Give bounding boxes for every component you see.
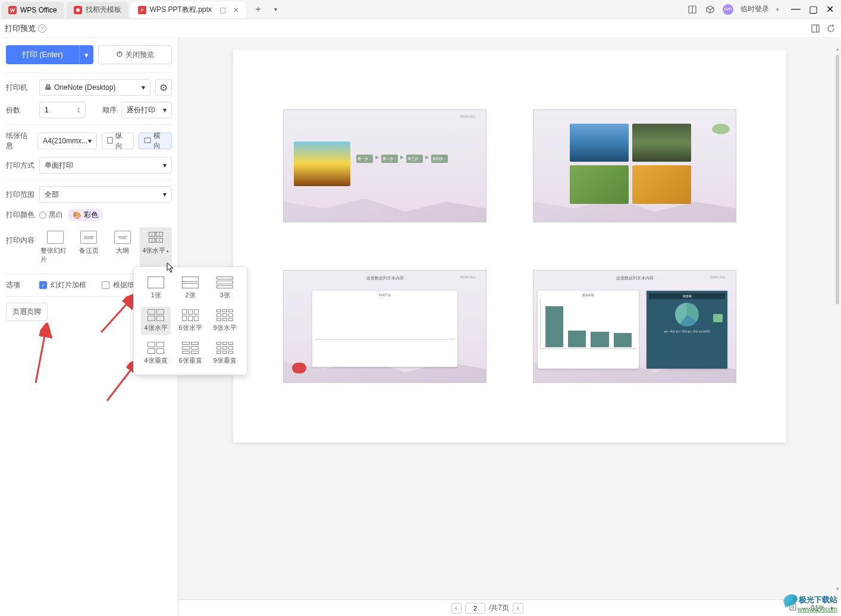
svg-rect-12 xyxy=(145,138,150,143)
window-controls: — ▢ ✕ xyxy=(791,4,834,15)
add-tab-button[interactable]: ＋ xyxy=(251,2,265,17)
minimize-button[interactable]: — xyxy=(791,4,801,15)
next-page-button[interactable]: › xyxy=(513,603,523,614)
content-full-slide[interactable]: 整张幻灯片 xyxy=(39,227,71,268)
slide-photo xyxy=(294,142,350,186)
svg-rect-7 xyxy=(812,25,819,32)
tab-menu-button[interactable]: ▾ xyxy=(269,2,283,17)
app-name: WPS Office xyxy=(20,6,57,14)
scroll-down-icon[interactable]: ▼ xyxy=(835,585,840,592)
printer-select[interactable]: 🖶OneNote (Desktop) ▾ xyxy=(39,79,150,96)
power-icon xyxy=(116,51,123,59)
page-input[interactable] xyxy=(465,603,485,614)
layout-4h[interactable]: 4张水平 xyxy=(141,307,171,335)
close-icon[interactable]: ✕ xyxy=(233,6,239,14)
orientation-portrait[interactable]: 纵向 xyxy=(102,133,134,149)
template-icon xyxy=(74,6,82,14)
avatar-icon[interactable]: WP xyxy=(723,4,733,15)
printer-label: 打印机 xyxy=(6,83,34,93)
slide-thumbnail-4: 这是数据列文本内容 2022年06日 图表标题 销售额 xyxy=(533,270,736,383)
gear-icon: ⚙ xyxy=(159,82,168,93)
slide-bar-chart-2: 图表标题 xyxy=(538,291,639,369)
ppt-icon xyxy=(292,363,306,373)
ppt-file-icon: P xyxy=(138,6,146,14)
layout-2[interactable]: 2张 xyxy=(175,274,205,302)
close-button[interactable]: ✕ xyxy=(826,4,834,15)
svg-line-13 xyxy=(101,297,133,332)
svg-text:P: P xyxy=(140,8,143,13)
options-label: 选项 xyxy=(6,280,34,290)
slide-bar-chart: XXX产品 xyxy=(312,291,458,367)
tab-label: 找稻壳模板 xyxy=(86,5,121,15)
page-title: 打印预览 ? xyxy=(5,23,46,34)
scrollbar-thumb[interactable] xyxy=(836,55,839,304)
panel-icon[interactable] xyxy=(687,4,698,15)
paper-label: 纸张信息 xyxy=(6,131,33,151)
app-tab[interactable]: WPS Office xyxy=(1,2,64,18)
notes-icon xyxy=(80,231,97,244)
content-options: 整张幻灯片 备注页 大纲 1234 4张水平▴ xyxy=(39,227,172,268)
svg-point-2 xyxy=(76,8,80,12)
printer-icon: 🖶 xyxy=(45,83,52,92)
copies-label: 份数 xyxy=(6,105,34,115)
color-label: 打印颜色 xyxy=(6,210,34,220)
tab-templates[interactable]: 找稻壳模板 xyxy=(67,2,128,18)
main: 打印 (Enter) ▾ 关闭预览 打印机 🖶OneNote (Desktop)… xyxy=(0,38,841,616)
layout-3[interactable]: 3张 xyxy=(210,274,240,302)
range-label: 打印范围 xyxy=(6,190,34,200)
content-outline[interactable]: 大纲 xyxy=(106,227,139,268)
scroll-up-icon[interactable]: ▲ xyxy=(835,45,840,52)
range-select[interactable]: 全部 ▾ xyxy=(39,186,172,203)
stepper-down-icon[interactable]: ▼ xyxy=(77,110,80,114)
slide-pie-chart: 销售额 ■第一季度 ■第二季度 ■第三季度 ■第四季度 xyxy=(647,291,727,369)
close-preview-button[interactable]: 关闭预览 xyxy=(98,45,172,64)
full-slide-icon xyxy=(47,231,64,244)
option-frame[interactable]: ✓幻灯片加框 xyxy=(39,280,86,290)
chevron-down-icon[interactable]: ▾ xyxy=(776,7,779,12)
watermark: 极光下载站 www.xz7.com xyxy=(783,595,837,612)
layout-icon[interactable] xyxy=(810,23,821,34)
printer-settings-button[interactable]: ⚙ xyxy=(155,79,172,96)
paper-select[interactable]: A4(210mmx... ▾ xyxy=(37,133,97,149)
refresh-icon[interactable] xyxy=(826,23,836,34)
copies-input[interactable]: 1 ▲▼ xyxy=(39,102,86,118)
outline-icon xyxy=(114,231,131,244)
action-buttons: 打印 (Enter) ▾ 关闭预览 xyxy=(6,45,172,64)
login-status[interactable]: 临时登录 xyxy=(740,4,769,14)
order-select[interactable]: 逐份打印 ▾ xyxy=(121,102,172,118)
titlebar: WPS Office 找稻壳模板 P WPS PPT教程.pptx ▢ ✕ ＋ … xyxy=(0,0,841,19)
chevron-down-icon: ▾ xyxy=(163,106,167,114)
header-footer-button[interactable]: 页眉页脚 xyxy=(6,303,48,321)
layout-6h[interactable]: 6张水平 xyxy=(175,307,205,335)
slide-steps: 第一步：▶ 第二步：▶ 第三步：▶ 第四步： xyxy=(356,155,448,163)
chevron-up-icon: ▴ xyxy=(167,249,169,253)
print-button[interactable]: 打印 (Enter) xyxy=(6,45,79,64)
layout-6v[interactable]: 6张垂直 xyxy=(175,340,205,367)
slide-thumbnail-1: 2022年06日 第一步：▶ 第二步：▶ 第三步：▶ 第四步： xyxy=(283,109,487,222)
orientation-landscape[interactable]: 横向 xyxy=(139,133,172,149)
help-icon[interactable]: ? xyxy=(38,24,46,33)
present-icon[interactable]: ▢ xyxy=(219,6,227,14)
palette-icon: 🎨 xyxy=(73,211,81,219)
box-icon[interactable] xyxy=(705,4,716,15)
tab-label: WPS PPT教程.pptx xyxy=(150,5,212,15)
layout-9v[interactable]: 9张垂直 xyxy=(210,340,240,367)
color-bw-radio[interactable]: 黑白 xyxy=(39,210,63,220)
preview-scroll[interactable]: 2022年06日 第一步：▶ 第二步：▶ 第三步：▶ 第四步： xyxy=(178,38,841,599)
tab-document[interactable]: P WPS PPT教程.pptx ▢ ✕ xyxy=(131,2,246,18)
maximize-button[interactable]: ▢ xyxy=(809,4,818,15)
chevron-down-icon: ▾ xyxy=(142,83,145,92)
layout-9h[interactable]: 9张水平 xyxy=(210,307,240,335)
content-4horizontal[interactable]: 1234 4张水平▴ xyxy=(140,227,172,268)
watermark-url: www.xz7.com xyxy=(798,605,837,612)
svg-rect-11 xyxy=(108,137,112,143)
content-notes[interactable]: 备注页 xyxy=(73,227,105,268)
print-dropdown-button[interactable]: ▾ xyxy=(79,45,93,64)
layout-4v[interactable]: 4张垂直 xyxy=(141,340,171,367)
scrollbar[interactable]: ▲ ▼ xyxy=(835,45,840,592)
prev-page-button[interactable]: ‹ xyxy=(451,603,462,614)
color-color-radio[interactable]: 🎨 彩色 xyxy=(68,209,103,221)
duplex-select[interactable]: 单面打印 ▾ xyxy=(39,157,172,174)
slide-thumbnail-3: 这是数据列文本内容 2022年06日 XXX产品 xyxy=(283,270,487,383)
layout-1[interactable]: 1张 xyxy=(141,274,171,302)
